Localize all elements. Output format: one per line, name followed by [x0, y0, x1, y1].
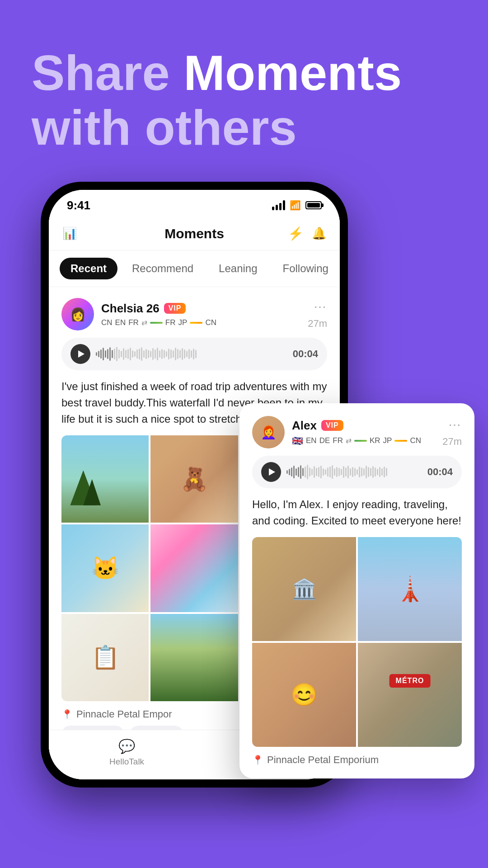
- lang-dots-yellow: [190, 322, 202, 324]
- play-button-chelsia[interactable]: [70, 344, 90, 364]
- vip-badge-alex: VIP: [321, 420, 343, 431]
- lang-dots-green: [150, 322, 163, 324]
- lang-fr2: FR: [165, 318, 176, 327]
- time-ago-alex: 27m: [442, 436, 462, 448]
- nav-hellotalk-icon: 💬: [118, 738, 135, 754]
- alex-lang-fr: FR: [333, 436, 343, 445]
- waveform-chelsia: [96, 347, 287, 361]
- lang-en: EN: [115, 318, 126, 327]
- post-header-alex: 👩‍🦰 Alex VIP 🇬🇧 EN DE FR ⇄ KR JP: [252, 416, 462, 448]
- battery-icon: [305, 201, 322, 209]
- lang-cn: CN: [101, 318, 113, 327]
- time-ago-chelsia: 27m: [308, 318, 327, 330]
- lang-flags-chelsia: CN EN FR ⇄ FR JP CN: [101, 318, 308, 327]
- nav-title: Moments: [164, 226, 224, 241]
- location-text-chelsia: Pinnacle Petal Empor: [76, 708, 172, 720]
- alex-photo-3: [252, 643, 356, 747]
- lang-fr1: FR: [128, 318, 139, 327]
- waveform-alex: [286, 465, 422, 479]
- hero-moments: Moments: [183, 45, 402, 100]
- hero-with-others: with others: [32, 99, 297, 155]
- wifi-icon: 📶: [290, 200, 301, 211]
- audio-time-alex: 00:04: [427, 466, 453, 478]
- photo-7: [61, 614, 149, 701]
- tab-recent[interactable]: Recent: [60, 258, 117, 279]
- alex-photo-1: [252, 537, 356, 641]
- avatar-image-alex: 👩‍🦰: [252, 416, 285, 448]
- alex-lang-en: EN: [306, 436, 317, 445]
- post-meta-chelsia: ⋯ 27m: [308, 299, 327, 330]
- nav-right-icons: ⚡ 🔔: [288, 226, 326, 241]
- username-row-chelsia: Chelsia 26 VIP: [101, 302, 308, 316]
- audio-player-alex[interactable]: 00:04: [252, 456, 462, 488]
- avatar-image-chelsia: 👩: [61, 298, 94, 330]
- hero-heading: Share Moments with others: [32, 45, 456, 155]
- location-text-alex: Pinnacle Petal Emporium: [267, 754, 379, 766]
- photo-grid-alex: MÉTRO: [252, 537, 462, 747]
- photo-5: [150, 524, 238, 612]
- alex-photo-2: [358, 537, 462, 641]
- lang-jp: JP: [178, 318, 188, 327]
- bell-icon[interactable]: 🔔: [312, 226, 326, 241]
- photo-2: [150, 435, 238, 523]
- hero-section: Share Moments with others: [0, 0, 488, 182]
- filter-tabs: Recent Recommend Leaning Following ⚏: [49, 250, 340, 287]
- user-info-chelsia: Chelsia 26 VIP CN EN FR ⇄ FR JP: [101, 302, 308, 327]
- photo-8: [150, 614, 238, 701]
- more-dots-alex[interactable]: ⋯: [448, 417, 462, 432]
- more-dots-chelsia[interactable]: ⋯: [314, 299, 327, 314]
- lang-cn2: CN: [205, 318, 216, 327]
- alex-lang-dots: [354, 440, 367, 442]
- alex-lang-cn: CN: [410, 436, 421, 445]
- username-alex: Alex: [292, 419, 317, 433]
- tab-following[interactable]: Following: [272, 258, 339, 279]
- alex-photo-4: MÉTRO: [358, 643, 462, 747]
- nav-hellotalk-label: HelloTalk: [109, 757, 144, 767]
- avatar-chelsia[interactable]: 👩: [61, 298, 94, 330]
- alex-lang-jp: JP: [383, 436, 392, 445]
- photo-1: [61, 435, 149, 523]
- avatar-alex[interactable]: 👩‍🦰: [252, 416, 285, 448]
- signal-icon: [272, 200, 285, 210]
- status-icons: 📶: [272, 200, 322, 211]
- play-button-alex[interactable]: [261, 462, 281, 482]
- alex-lang-arrow: ⇄: [346, 436, 352, 445]
- post-text-alex: Hello, I'm Alex. I enjoy reading, travel…: [252, 496, 462, 529]
- vip-badge-chelsia: VIP: [164, 303, 186, 314]
- chart-icon[interactable]: 📊: [62, 226, 77, 241]
- tab-recommend[interactable]: Recommend: [121, 258, 204, 279]
- alex-lang-kr: KR: [370, 436, 380, 445]
- location-alex: 📍 Pinnacle Petal Emporium: [252, 754, 462, 766]
- tab-leaning[interactable]: Leaning: [208, 258, 268, 279]
- metro-sign: MÉTRO: [389, 674, 431, 688]
- hero-share: Share: [32, 45, 183, 100]
- photo-4: [61, 524, 149, 612]
- user-info-alex: Alex VIP 🇬🇧 EN DE FR ⇄ KR JP CN: [292, 419, 442, 446]
- location-pin-icon: 📍: [61, 709, 73, 720]
- floating-card-alex: 👩‍🦰 Alex VIP 🇬🇧 EN DE FR ⇄ KR JP: [239, 403, 474, 778]
- audio-player-chelsia[interactable]: 00:04: [61, 338, 327, 370]
- lightning-icon[interactable]: ⚡: [288, 226, 304, 241]
- alex-location-pin-icon: 📍: [252, 755, 263, 765]
- phones-container: 9:41 📶 📊 Moments: [0, 182, 488, 806]
- audio-time-chelsia: 00:04: [293, 348, 318, 360]
- post-meta-alex: ⋯ 27m: [442, 417, 462, 448]
- alex-lang-dots2: [394, 440, 407, 442]
- top-nav: 📊 Moments ⚡ 🔔: [49, 217, 340, 250]
- nav-hellotalk[interactable]: 💬 HelloTalk: [109, 738, 144, 766]
- status-bar: 9:41 📶: [49, 190, 340, 217]
- lang-arrow: ⇄: [141, 318, 147, 327]
- username-row-alex: Alex VIP: [292, 419, 442, 433]
- username-chelsia: Chelsia 26: [101, 302, 160, 316]
- lang-flags-alex: 🇬🇧 EN DE FR ⇄ KR JP CN: [292, 435, 442, 446]
- post-header-chelsia: 👩 Chelsia 26 VIP CN EN FR ⇄: [61, 298, 327, 330]
- alex-lang-de: DE: [319, 436, 330, 445]
- status-time: 9:41: [67, 198, 90, 212]
